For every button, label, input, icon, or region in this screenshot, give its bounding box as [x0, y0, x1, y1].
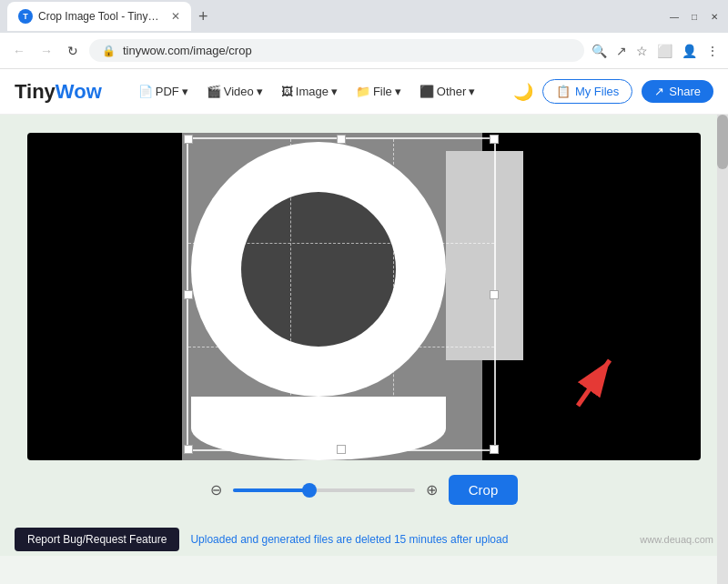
handle-right-middle[interactable]	[490, 290, 499, 299]
address-input[interactable]: 🔒 tinywow.com/image/crop	[89, 39, 584, 62]
handle-bottom-middle[interactable]	[337, 445, 346, 454]
browser-icons: 🔍 ↗ ☆ ⬜ 👤 ⋮	[592, 44, 719, 58]
nav-item-image[interactable]: 🖼 Image ▾	[274, 81, 345, 102]
nav-right: 🌙 📋 My Files ↗ Share	[513, 79, 713, 104]
my-files-label: My Files	[575, 85, 619, 98]
nav-item-file[interactable]: 📁 File ▾	[349, 81, 409, 102]
bookmark-icon[interactable]: ☆	[636, 44, 648, 58]
tab-area: T Crop Image Tool - TinyWow ✕ +	[7, 2, 661, 31]
files-icon: 📋	[556, 85, 571, 98]
address-bar: ← → ↻ 🔒 tinywow.com/image/crop 🔍 ↗ ☆ ⬜ 👤…	[0, 33, 728, 69]
video-icon: 🎬	[207, 85, 221, 98]
video-chevron: ▾	[257, 85, 263, 98]
crop-overlay[interactable]	[187, 137, 496, 451]
nav-image-label: Image	[296, 85, 329, 98]
footer: Report Bug/Request Feature Uploaded and …	[0, 523, 728, 556]
active-tab[interactable]: T Crop Image Tool - TinyWow ✕	[7, 2, 191, 31]
title-bar: T Crop Image Tool - TinyWow ✕ + — □ ✕	[0, 0, 728, 33]
nav-item-video[interactable]: 🎬 Video ▾	[199, 81, 270, 102]
extensions-icon[interactable]: ⬜	[657, 44, 672, 58]
scrollbar-thumb[interactable]	[717, 115, 728, 169]
controls-bar: ⊖ ⊕ Crop	[27, 475, 701, 505]
image-editor	[27, 133, 701, 460]
share-arrow-icon: ↗	[654, 85, 664, 98]
nav-item-other[interactable]: ⬛ Other ▾	[412, 81, 483, 102]
footer-note: Uploaded and generated files are deleted…	[190, 533, 508, 546]
share-button[interactable]: ↗ Share	[642, 80, 713, 103]
handle-top-left[interactable]	[184, 135, 193, 144]
scrollbar[interactable]	[717, 115, 728, 584]
red-arrow-indicator	[564, 342, 619, 415]
main-content: ⊖ ⊕ Crop	[0, 115, 728, 523]
maximize-button[interactable]: □	[688, 10, 701, 23]
zoom-slider-fill	[233, 488, 306, 492]
tab-close-button[interactable]: ✕	[171, 10, 180, 23]
share-icon[interactable]: ↗	[616, 44, 627, 58]
image-chevron: ▾	[331, 85, 338, 98]
nav-other-label: Other	[437, 85, 467, 98]
svg-line-1	[578, 360, 610, 406]
other-chevron: ▾	[469, 85, 475, 98]
share-label: Share	[669, 85, 701, 98]
lock-icon: 🔒	[102, 45, 116, 57]
menu-icon[interactable]: ⋮	[706, 44, 719, 58]
zoom-slider-thumb[interactable]	[302, 483, 317, 498]
handle-bottom-right[interactable]	[490, 445, 499, 454]
search-icon[interactable]: 🔍	[592, 44, 607, 58]
tab-favicon: T	[18, 9, 33, 24]
new-tab-button[interactable]: +	[195, 7, 212, 26]
watermark: www.deuaq.com	[640, 534, 713, 545]
handle-bottom-left[interactable]	[184, 445, 193, 454]
forward-button[interactable]: →	[36, 42, 56, 60]
back-button[interactable]: ←	[9, 42, 29, 60]
site-logo[interactable]: TinyWow	[15, 80, 102, 104]
refresh-button[interactable]: ↻	[64, 42, 82, 60]
nav-pdf-label: PDF	[156, 85, 179, 98]
address-text: tinywow.com/image/crop	[123, 44, 252, 57]
crop-button[interactable]: Crop	[449, 475, 519, 505]
file-icon: 📁	[356, 85, 370, 98]
zoom-out-button[interactable]: ⊖	[210, 481, 222, 498]
handle-left-middle[interactable]	[184, 290, 193, 299]
handle-top-middle[interactable]	[337, 135, 346, 144]
window-controls: — □ ✕	[668, 10, 721, 23]
tab-title: Crop Image Tool - TinyWow	[38, 10, 166, 23]
dark-mode-button[interactable]: 🌙	[513, 82, 533, 102]
minimize-button[interactable]: —	[668, 10, 681, 23]
zoom-in-button[interactable]: ⊕	[426, 481, 438, 498]
other-icon: ⬛	[420, 85, 434, 98]
nav-menu: 📄 PDF ▾ 🎬 Video ▾ 🖼 Image ▾ 📁 File ▾ ⬛ O…	[131, 81, 499, 102]
profile-icon[interactable]: 👤	[682, 44, 697, 58]
close-button[interactable]: ✕	[708, 10, 721, 23]
pdf-chevron: ▾	[182, 85, 188, 98]
report-bug-button[interactable]: Report Bug/Request Feature	[15, 528, 179, 551]
image-icon: 🖼	[281, 85, 293, 98]
my-files-button[interactable]: 📋 My Files	[542, 79, 632, 104]
zoom-slider[interactable]	[233, 488, 415, 492]
file-chevron: ▾	[395, 85, 401, 98]
pdf-icon: 📄	[138, 85, 153, 98]
handle-top-right[interactable]	[490, 135, 499, 144]
nav-file-label: File	[373, 85, 392, 98]
nav-video-label: Video	[224, 85, 254, 98]
nav-item-pdf[interactable]: 📄 PDF ▾	[131, 81, 196, 102]
site-nav: TinyWow 📄 PDF ▾ 🎬 Video ▾ 🖼 Image ▾ 📁 Fi…	[0, 69, 728, 115]
